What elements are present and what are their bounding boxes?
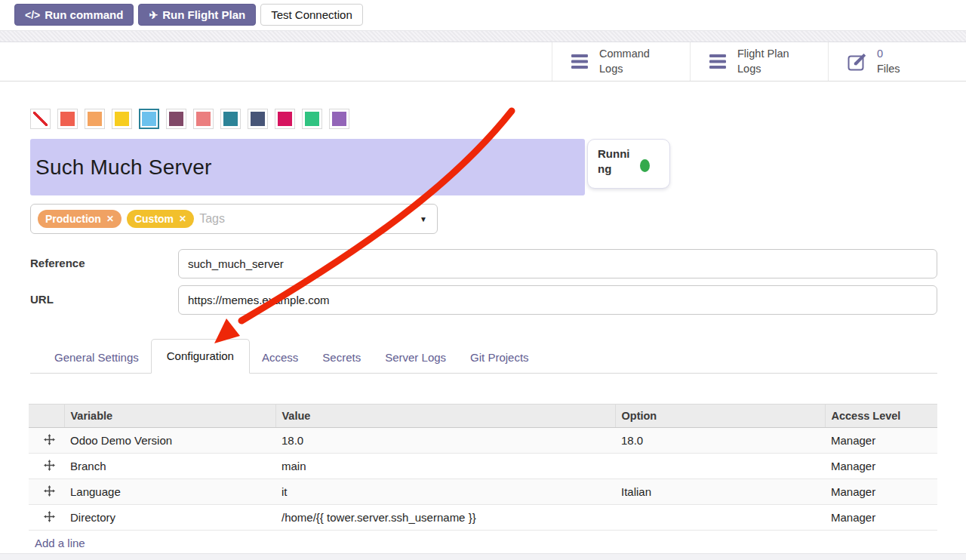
- chevron-down-icon[interactable]: ▼: [420, 215, 427, 223]
- color-swatch-6[interactable]: [193, 109, 214, 129]
- code-icon: </>: [25, 9, 40, 21]
- bars-icon: [571, 54, 589, 69]
- configuration-table: VariableValueOptionAccess Level Odoo Dem…: [29, 404, 937, 556]
- drag-move-icon: [44, 460, 55, 471]
- column-header-access-level[interactable]: Access Level: [825, 405, 937, 428]
- color-picker: [30, 109, 937, 129]
- test-connection-button[interactable]: Test Connection: [260, 4, 363, 26]
- color-swatch-10[interactable]: [302, 109, 322, 129]
- color-fill: [142, 112, 156, 126]
- drag-move-icon: [44, 485, 55, 497]
- color-fill: [305, 112, 319, 126]
- handle-column-header: [29, 405, 64, 428]
- tag-production[interactable]: Production ✕: [38, 210, 122, 228]
- form-sheet: Such Much Server Running Production ✕ Cu…: [0, 109, 966, 556]
- color-fill: [88, 112, 102, 126]
- color-swatch-4[interactable]: [139, 109, 159, 129]
- color-fill: [223, 112, 238, 126]
- color-swatch-1[interactable]: [57, 109, 78, 129]
- color-swatch-8[interactable]: [248, 109, 268, 129]
- run-command-button[interactable]: </> Run command: [14, 4, 134, 26]
- stat-button-row: Command Logs Flight Plan Logs 0 Files: [0, 42, 966, 82]
- cell-value[interactable]: 18.0: [275, 428, 615, 454]
- decorative-band: [0, 30, 966, 42]
- cell-option[interactable]: 18.0: [615, 428, 825, 454]
- color-swatch-5[interactable]: [166, 109, 186, 129]
- cell-variable[interactable]: Branch: [64, 454, 275, 479]
- server-name-field[interactable]: Such Much Server: [30, 139, 585, 195]
- flight-plan-logs-button[interactable]: Flight Plan Logs: [690, 42, 828, 81]
- files-count: 0: [877, 47, 900, 62]
- color-swatch-3[interactable]: [112, 109, 132, 129]
- url-input[interactable]: [178, 285, 937, 315]
- reference-label: Reference: [30, 249, 178, 278]
- tab-access[interactable]: Access: [250, 343, 310, 373]
- command-logs-button[interactable]: Command Logs: [552, 42, 690, 81]
- files-button[interactable]: 0 Files: [828, 42, 966, 81]
- plane-icon: ✈: [149, 9, 158, 21]
- color-fill: [251, 112, 265, 126]
- tag-label: Custom: [134, 213, 174, 225]
- no-color-icon: [33, 112, 48, 126]
- cell-value[interactable]: /home/{{ tower.server.ssh_username }}: [275, 505, 615, 531]
- color-swatch-0[interactable]: [30, 109, 51, 129]
- row-drag-handle[interactable]: [29, 428, 64, 454]
- server-name: Such Much Server: [35, 155, 212, 180]
- cell-variable[interactable]: Odoo Demo Version: [64, 428, 275, 454]
- column-header-variable[interactable]: Variable: [64, 405, 275, 428]
- tags-placeholder: Tags: [199, 212, 225, 226]
- column-header-value[interactable]: Value: [275, 405, 615, 428]
- add-a-line-link[interactable]: Add a line: [35, 537, 85, 549]
- remove-tag-icon[interactable]: ✕: [106, 214, 114, 224]
- tab-general-settings[interactable]: General Settings: [42, 343, 151, 373]
- drag-move-icon: [44, 511, 55, 522]
- reference-input[interactable]: [178, 249, 937, 278]
- column-header-option[interactable]: Option: [615, 405, 825, 428]
- tag-label: Production: [45, 213, 101, 225]
- cell-value[interactable]: main: [275, 454, 615, 479]
- add-line-row: Add a line: [29, 531, 937, 556]
- notebook-tabs: General SettingsConfigurationAccessSecre…: [30, 339, 937, 374]
- bars-icon: [709, 54, 728, 69]
- run-command-label: Run command: [45, 8, 123, 21]
- reference-row: Reference: [30, 249, 937, 278]
- cell-variable[interactable]: Directory: [64, 505, 275, 531]
- color-fill: [115, 112, 129, 126]
- tab-configuration[interactable]: Configuration: [151, 339, 250, 374]
- row-drag-handle[interactable]: [29, 505, 64, 531]
- action-bar: </> Run command ✈ Run Flight Plan Test C…: [0, 0, 966, 30]
- color-fill: [60, 112, 75, 126]
- title-row: Such Much Server Running: [30, 139, 937, 195]
- color-fill: [196, 112, 211, 126]
- row-drag-handle[interactable]: [29, 454, 64, 479]
- row-drag-handle[interactable]: [29, 479, 64, 505]
- cell-variable[interactable]: Language: [64, 479, 275, 505]
- cell-option[interactable]: [615, 505, 825, 531]
- remove-tag-icon[interactable]: ✕: [179, 214, 186, 224]
- cell-access_level[interactable]: Manager: [825, 505, 937, 531]
- cell-option[interactable]: [615, 454, 825, 479]
- tab-secrets[interactable]: Secrets: [310, 343, 373, 373]
- color-fill: [332, 112, 346, 126]
- files-label: 0 Files: [877, 47, 900, 76]
- table-row: LanguageitItalianManager: [29, 479, 937, 505]
- status-dot-icon: [640, 159, 650, 172]
- tags-field[interactable]: Production ✕ Custom ✕ Tags ▼: [30, 204, 438, 234]
- cell-access_level[interactable]: Manager: [825, 479, 937, 505]
- cell-access_level[interactable]: Manager: [825, 428, 937, 454]
- color-swatch-11[interactable]: [329, 109, 349, 129]
- tab-server-logs[interactable]: Server Logs: [373, 343, 458, 373]
- tab-git-projects[interactable]: Git Projects: [458, 343, 541, 373]
- run-flight-plan-button[interactable]: ✈ Run Flight Plan: [138, 4, 256, 26]
- status-button[interactable]: Running: [587, 139, 670, 189]
- url-row: URL: [30, 285, 937, 315]
- status-label: Running: [598, 146, 635, 188]
- color-swatch-2[interactable]: [85, 109, 105, 129]
- color-swatch-9[interactable]: [275, 109, 295, 129]
- tag-custom[interactable]: Custom ✕: [127, 210, 194, 228]
- cell-value[interactable]: it: [275, 479, 615, 505]
- cell-access_level[interactable]: Manager: [825, 454, 937, 479]
- cell-option[interactable]: Italian: [615, 479, 825, 505]
- color-swatch-7[interactable]: [220, 109, 241, 129]
- edit-icon: [848, 53, 867, 71]
